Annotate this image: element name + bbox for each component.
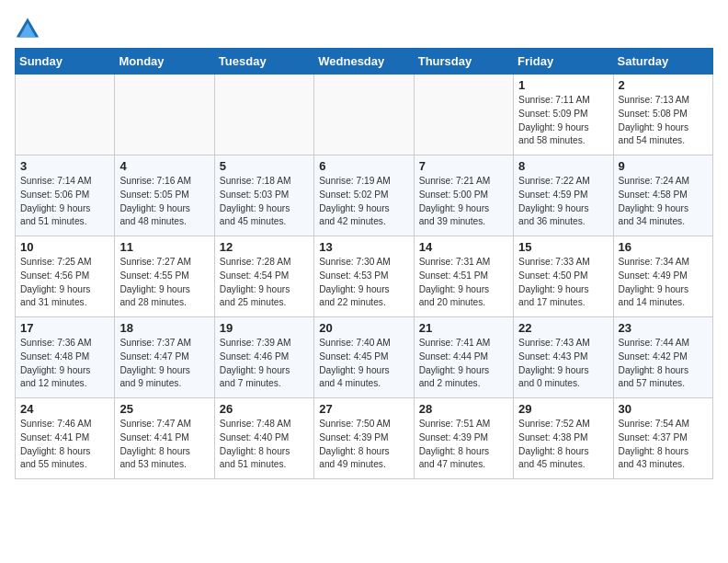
day-number: 19: [220, 321, 309, 335]
calendar-cell: 2Sunrise: 7:13 AM Sunset: 5:08 PM Daylig…: [613, 75, 712, 155]
calendar-cell: 12Sunrise: 7:28 AM Sunset: 4:54 PM Dayli…: [214, 236, 313, 317]
calendar-header-row: SundayMondayTuesdayWednesdayThursdayFrid…: [16, 49, 713, 75]
calendar-cell: [214, 75, 313, 155]
calendar-cell: 4Sunrise: 7:16 AM Sunset: 5:05 PM Daylig…: [115, 155, 214, 236]
calendar-cell: 16Sunrise: 7:34 AM Sunset: 4:49 PM Dayli…: [613, 236, 712, 317]
day-info: Sunrise: 7:36 AM Sunset: 4:48 PM Dayligh…: [20, 337, 109, 391]
day-number: 22: [518, 321, 608, 335]
day-number: 9: [619, 159, 708, 173]
day-number: 25: [119, 402, 209, 416]
day-info: Sunrise: 7:37 AM Sunset: 4:47 PM Dayligh…: [119, 337, 209, 391]
column-header-friday: Friday: [514, 49, 613, 75]
calendar-cell: 18Sunrise: 7:37 AM Sunset: 4:47 PM Dayli…: [115, 317, 214, 398]
calendar-table: SundayMondayTuesdayWednesdayThursdayFrid…: [15, 48, 713, 479]
logo: [15, 15, 44, 40]
day-info: Sunrise: 7:34 AM Sunset: 4:49 PM Dayligh…: [619, 256, 708, 310]
day-info: Sunrise: 7:11 AM Sunset: 5:09 PM Dayligh…: [518, 94, 608, 148]
calendar-cell: 1Sunrise: 7:11 AM Sunset: 5:09 PM Daylig…: [514, 75, 613, 155]
calendar-cell: 9Sunrise: 7:24 AM Sunset: 4:58 PM Daylig…: [613, 155, 712, 236]
day-number: 29: [518, 402, 608, 416]
calendar-cell: 24Sunrise: 7:46 AM Sunset: 4:41 PM Dayli…: [16, 398, 115, 479]
day-info: Sunrise: 7:16 AM Sunset: 5:05 PM Dayligh…: [119, 175, 209, 229]
day-info: Sunrise: 7:24 AM Sunset: 4:58 PM Dayligh…: [619, 175, 708, 229]
day-number: 27: [319, 402, 408, 416]
calendar-cell: 27Sunrise: 7:50 AM Sunset: 4:39 PM Dayli…: [314, 398, 414, 479]
day-number: 4: [119, 159, 209, 173]
calendar-cell: 6Sunrise: 7:19 AM Sunset: 5:02 PM Daylig…: [314, 155, 414, 236]
day-number: 10: [20, 240, 109, 254]
day-info: Sunrise: 7:14 AM Sunset: 5:06 PM Dayligh…: [20, 175, 109, 229]
calendar-cell: 5Sunrise: 7:18 AM Sunset: 5:03 PM Daylig…: [214, 155, 313, 236]
calendar-week-row: 24Sunrise: 7:46 AM Sunset: 4:41 PM Dayli…: [16, 398, 713, 479]
calendar-cell: 19Sunrise: 7:39 AM Sunset: 4:46 PM Dayli…: [214, 317, 313, 398]
day-number: 11: [119, 240, 209, 254]
calendar-cell: 14Sunrise: 7:31 AM Sunset: 4:51 PM Dayli…: [414, 236, 513, 317]
calendar-cell: 28Sunrise: 7:51 AM Sunset: 4:39 PM Dayli…: [414, 398, 513, 479]
day-number: 2: [619, 78, 708, 92]
calendar-cell: 22Sunrise: 7:43 AM Sunset: 4:43 PM Dayli…: [514, 317, 613, 398]
column-header-wednesday: Wednesday: [314, 49, 414, 75]
column-header-thursday: Thursday: [414, 49, 513, 75]
page-header: [15, 15, 713, 40]
calendar-cell: 26Sunrise: 7:48 AM Sunset: 4:40 PM Dayli…: [214, 398, 313, 479]
calendar-cell: 11Sunrise: 7:27 AM Sunset: 4:55 PM Dayli…: [115, 236, 214, 317]
day-info: Sunrise: 7:31 AM Sunset: 4:51 PM Dayligh…: [419, 256, 508, 310]
calendar-cell: 17Sunrise: 7:36 AM Sunset: 4:48 PM Dayli…: [16, 317, 115, 398]
day-info: Sunrise: 7:28 AM Sunset: 4:54 PM Dayligh…: [220, 256, 309, 310]
day-number: 13: [319, 240, 408, 254]
day-info: Sunrise: 7:30 AM Sunset: 4:53 PM Dayligh…: [319, 256, 408, 310]
day-number: 30: [619, 402, 708, 416]
column-header-sunday: Sunday: [16, 49, 115, 75]
column-header-saturday: Saturday: [613, 49, 712, 75]
day-number: 17: [20, 321, 109, 335]
day-info: Sunrise: 7:41 AM Sunset: 4:44 PM Dayligh…: [419, 337, 508, 391]
day-number: 5: [220, 159, 309, 173]
day-info: Sunrise: 7:19 AM Sunset: 5:02 PM Dayligh…: [319, 175, 408, 229]
calendar-cell: 15Sunrise: 7:33 AM Sunset: 4:50 PM Dayli…: [514, 236, 613, 317]
day-info: Sunrise: 7:52 AM Sunset: 4:38 PM Dayligh…: [518, 418, 608, 472]
logo-icon: [15, 15, 40, 40]
calendar-cell: 20Sunrise: 7:40 AM Sunset: 4:45 PM Dayli…: [314, 317, 414, 398]
day-info: Sunrise: 7:40 AM Sunset: 4:45 PM Dayligh…: [319, 337, 408, 391]
day-number: 20: [319, 321, 408, 335]
calendar-cell: 13Sunrise: 7:30 AM Sunset: 4:53 PM Dayli…: [314, 236, 414, 317]
calendar-cell: [115, 75, 214, 155]
calendar-week-row: 10Sunrise: 7:25 AM Sunset: 4:56 PM Dayli…: [16, 236, 713, 317]
calendar-cell: 10Sunrise: 7:25 AM Sunset: 4:56 PM Dayli…: [16, 236, 115, 317]
day-number: 3: [20, 159, 109, 173]
calendar-cell: [314, 75, 414, 155]
calendar-cell: 30Sunrise: 7:54 AM Sunset: 4:37 PM Dayli…: [613, 398, 712, 479]
day-number: 14: [419, 240, 508, 254]
column-header-tuesday: Tuesday: [214, 49, 313, 75]
day-info: Sunrise: 7:33 AM Sunset: 4:50 PM Dayligh…: [518, 256, 608, 310]
day-info: Sunrise: 7:47 AM Sunset: 4:41 PM Dayligh…: [119, 418, 209, 472]
day-info: Sunrise: 7:46 AM Sunset: 4:41 PM Dayligh…: [20, 418, 109, 472]
day-info: Sunrise: 7:22 AM Sunset: 4:59 PM Dayligh…: [518, 175, 608, 229]
day-info: Sunrise: 7:18 AM Sunset: 5:03 PM Dayligh…: [220, 175, 309, 229]
day-info: Sunrise: 7:43 AM Sunset: 4:43 PM Dayligh…: [518, 337, 608, 391]
day-info: Sunrise: 7:39 AM Sunset: 4:46 PM Dayligh…: [220, 337, 309, 391]
day-number: 26: [220, 402, 309, 416]
day-info: Sunrise: 7:51 AM Sunset: 4:39 PM Dayligh…: [419, 418, 508, 472]
day-number: 15: [518, 240, 608, 254]
calendar-week-row: 3Sunrise: 7:14 AM Sunset: 5:06 PM Daylig…: [16, 155, 713, 236]
day-info: Sunrise: 7:27 AM Sunset: 4:55 PM Dayligh…: [119, 256, 209, 310]
calendar-cell: 8Sunrise: 7:22 AM Sunset: 4:59 PM Daylig…: [514, 155, 613, 236]
day-info: Sunrise: 7:48 AM Sunset: 4:40 PM Dayligh…: [220, 418, 309, 472]
day-info: Sunrise: 7:54 AM Sunset: 4:37 PM Dayligh…: [619, 418, 708, 472]
day-number: 7: [419, 159, 508, 173]
day-number: 23: [619, 321, 708, 335]
calendar-week-row: 17Sunrise: 7:36 AM Sunset: 4:48 PM Dayli…: [16, 317, 713, 398]
column-header-monday: Monday: [115, 49, 214, 75]
day-info: Sunrise: 7:13 AM Sunset: 5:08 PM Dayligh…: [619, 94, 708, 148]
day-number: 1: [518, 78, 608, 92]
day-number: 28: [419, 402, 508, 416]
day-info: Sunrise: 7:50 AM Sunset: 4:39 PM Dayligh…: [319, 418, 408, 472]
day-number: 8: [518, 159, 608, 173]
calendar-cell: 29Sunrise: 7:52 AM Sunset: 4:38 PM Dayli…: [514, 398, 613, 479]
calendar-cell: 25Sunrise: 7:47 AM Sunset: 4:41 PM Dayli…: [115, 398, 214, 479]
day-number: 21: [419, 321, 508, 335]
calendar-week-row: 1Sunrise: 7:11 AM Sunset: 5:09 PM Daylig…: [16, 75, 713, 155]
day-number: 6: [319, 159, 408, 173]
day-info: Sunrise: 7:21 AM Sunset: 5:00 PM Dayligh…: [419, 175, 508, 229]
